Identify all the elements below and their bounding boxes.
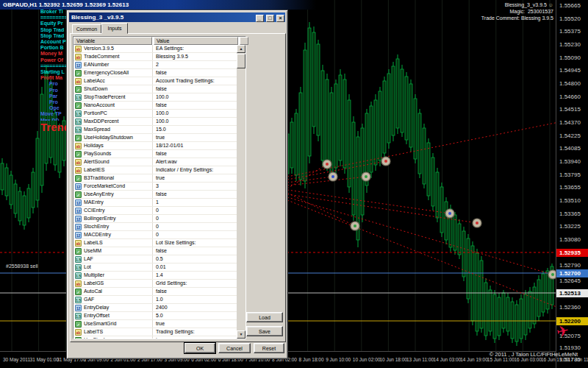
- candle-body: [520, 299, 523, 339]
- param-row[interactable]: 12MAEntry1: [74, 199, 237, 207]
- param-row[interactable]: 12MACDEntry0: [74, 231, 237, 239]
- column-header-variable[interactable]: Variable: [74, 37, 152, 45]
- param-value[interactable]: 0: [152, 207, 237, 214]
- param-row[interactable]: ✓B3Traditionaltrue: [74, 174, 237, 183]
- ok-button[interactable]: OK: [184, 343, 215, 353]
- param-value[interactable]: 1.0: [152, 296, 237, 303]
- param-name: LabelAcc: [84, 77, 105, 85]
- minimize-button[interactable]: _: [256, 15, 264, 22]
- tab-inputs[interactable]: Inputs: [101, 23, 128, 34]
- param-row[interactable]: abLabelGSGrid Settings:: [74, 280, 237, 288]
- param-value[interactable]: 0.01: [152, 263, 237, 271]
- dialog-titlebar[interactable]: Blessing_3 _v3.9.5 _ □ ×: [69, 13, 285, 22]
- load-button[interactable]: Load: [246, 312, 283, 322]
- list-scrollbar[interactable]: ▲ ▼: [237, 45, 245, 339]
- param-value[interactable]: true: [152, 174, 237, 182]
- param-value[interactable]: false: [152, 150, 237, 158]
- param-value[interactable]: false: [152, 247, 237, 255]
- param-row[interactable]: abLabelAccAccount Trading Settings:: [74, 77, 237, 85]
- param-value[interactable]: Alert.wav: [152, 158, 237, 166]
- param-row[interactable]: abTradeCommentBlessing 3.9.5: [74, 53, 237, 61]
- reset-button[interactable]: Reset: [254, 343, 284, 353]
- param-value[interactable]: false: [152, 288, 237, 295]
- param-row[interactable]: abVersion.3.9.5EA Settings:: [74, 45, 237, 53]
- param-row[interactable]: ✓UseAnyEntryfalse: [74, 191, 237, 199]
- scroll-up-icon[interactable]: ▲: [237, 45, 245, 53]
- param-row[interactable]: 1.5Multiplier1.4: [74, 272, 237, 280]
- param-row[interactable]: 1.5MaxDDPercent100.0: [74, 118, 237, 126]
- save-button[interactable]: Save: [246, 326, 283, 336]
- param-value[interactable]: false: [152, 69, 237, 77]
- param-row[interactable]: ✓UseSmartGridtrue: [74, 320, 237, 328]
- param-row[interactable]: 12StochEntry0: [74, 223, 237, 231]
- param-value[interactable]: 0: [152, 231, 237, 238]
- param-value[interactable]: 2400: [152, 304, 237, 311]
- param-value[interactable]: 100.0: [152, 118, 237, 125]
- param-row[interactable]: 1.5StopTradePercent100.0: [74, 93, 237, 102]
- maximize-button[interactable]: □: [266, 15, 274, 22]
- param-row[interactable]: ✓ShutDownfalse: [74, 85, 237, 93]
- param-row[interactable]: ✓NanoAccountfalse: [74, 102, 237, 110]
- param-row[interactable]: ✓AutoCalfalse: [74, 288, 237, 296]
- param-value[interactable]: 100.0: [152, 93, 237, 101]
- cancel-button[interactable]: Cancel: [218, 343, 251, 353]
- column-header-value[interactable]: Value: [154, 37, 238, 45]
- mt4-chart-window: Broker Ti=========Equity PrStop TradStop…: [0, 0, 588, 368]
- copyright-text: © 2011 , J Talon LLC/FiFtHeLeMeNt: [490, 351, 578, 358]
- trade-marker-dot: [476, 222, 478, 224]
- param-row[interactable]: abAlertSoundAlert.wav: [74, 158, 237, 166]
- candle-body: [18, 191, 21, 221]
- param-value[interactable]: true: [152, 134, 237, 141]
- param-value[interactable]: true: [152, 336, 237, 339]
- param-value[interactable]: 0.5: [152, 255, 237, 263]
- param-row[interactable]: 1.5PortionPC100.0: [74, 110, 237, 118]
- param-row[interactable]: ✓UseStopLosstrue: [74, 336, 237, 339]
- param-row[interactable]: abLabelTSTrading Settings:: [74, 328, 237, 336]
- trend-dotted-line: [287, 200, 556, 316]
- param-value[interactable]: 1.4: [152, 272, 237, 279]
- param-row[interactable]: 12BollingerEntry0: [74, 215, 237, 223]
- close-button[interactable]: ×: [276, 15, 284, 22]
- param-value[interactable]: true: [152, 320, 237, 328]
- param-name: UseMM: [84, 247, 101, 255]
- param-value[interactable]: Grid Settings:: [152, 280, 237, 287]
- param-value[interactable]: Trading Settings:: [152, 328, 237, 336]
- param-row[interactable]: abLabelIESIndicator / Entry Settings:: [74, 166, 237, 174]
- param-row[interactable]: 1.5LAF0.5: [74, 255, 237, 263]
- scroll-down-icon[interactable]: ▼: [237, 330, 245, 339]
- param-row[interactable]: ✓UseMMfalse: [74, 247, 237, 255]
- param-value[interactable]: EA Settings:: [152, 45, 237, 52]
- param-row[interactable]: 1.5EntryOffset5.0: [74, 312, 237, 320]
- param-value[interactable]: 2: [152, 61, 237, 68]
- param-row[interactable]: ✓PlaySoundsfalse: [74, 150, 237, 158]
- param-row[interactable]: 12EANumber2: [74, 61, 237, 69]
- param-row[interactable]: 1.5GAF1.0: [74, 296, 237, 304]
- param-row[interactable]: 12CCIEntry0: [74, 207, 237, 215]
- param-value[interactable]: false: [152, 85, 237, 93]
- param-value[interactable]: 5.0: [152, 312, 237, 319]
- param-value[interactable]: Blessing 3.9.5: [152, 53, 237, 60]
- param-row[interactable]: 1.5MaxSpread15.0: [74, 126, 237, 134]
- param-value[interactable]: Account Trading Settings:: [152, 77, 237, 85]
- param-row[interactable]: 12EntryDelay2400: [74, 304, 237, 312]
- param-value[interactable]: 3: [152, 183, 237, 190]
- param-row[interactable]: ✓UseHolidayShutdowntrue: [74, 134, 237, 142]
- param-row[interactable]: 1.5Lot0.01: [74, 263, 237, 272]
- param-value[interactable]: 0: [152, 223, 237, 230]
- param-row[interactable]: ✓EmergencyCloseAllfalse: [74, 69, 237, 77]
- candle-body: [484, 283, 487, 336]
- param-row[interactable]: abLabelLSLot Size Settings:: [74, 239, 237, 247]
- param-value[interactable]: 18/12-01/01: [152, 142, 237, 149]
- param-value[interactable]: Indicator / Entry Settings:: [152, 166, 237, 174]
- scroll-thumb[interactable]: [237, 54, 245, 68]
- param-value[interactable]: 1: [152, 199, 237, 206]
- param-value[interactable]: 100.0: [152, 110, 237, 117]
- price-tick: 1.55230: [559, 41, 581, 48]
- param-row[interactable]: abHolidays18/12-01/01: [74, 142, 237, 150]
- param-value[interactable]: false: [152, 191, 237, 198]
- param-value[interactable]: 0: [152, 215, 237, 222]
- param-value[interactable]: false: [152, 102, 237, 109]
- param-row[interactable]: 12ForceMarketCond3: [74, 183, 237, 191]
- param-value[interactable]: 15.0: [152, 126, 237, 133]
- param-value[interactable]: Lot Size Settings:: [152, 239, 237, 247]
